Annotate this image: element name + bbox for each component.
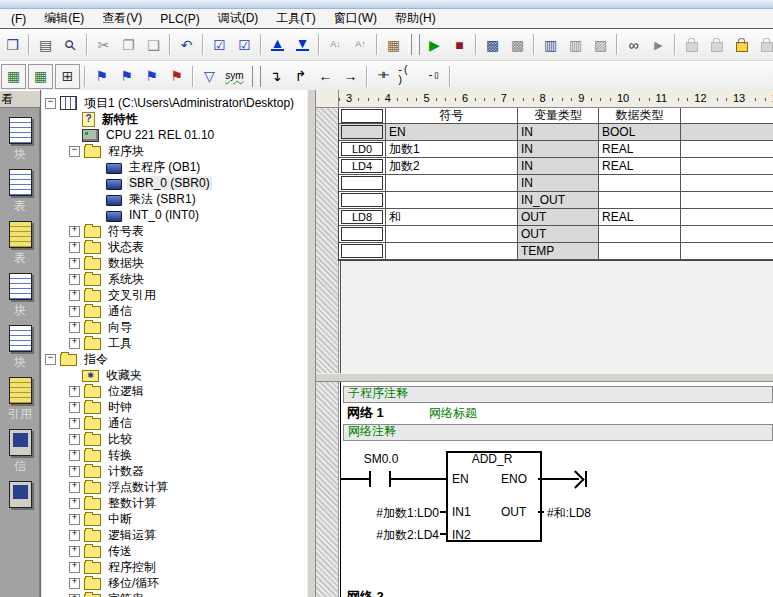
network-1-title[interactable]: 网络标题 (429, 405, 477, 422)
address-cell[interactable]: LD4 (339, 158, 386, 175)
project-stack-button[interactable]: ❒ (1, 33, 24, 56)
options-button[interactable]: ▦ (382, 33, 405, 56)
expand-toggle[interactable]: + (69, 338, 80, 349)
tree-item-cpu[interactable]: CPU 221 REL 01.10 (41, 127, 307, 143)
tree-item-compare[interactable]: +比较 (41, 431, 307, 447)
force-pointer-button[interactable]: ► (647, 33, 670, 56)
tree-item-multiply-sbr1[interactable]: 乘法 (SBR1) (41, 191, 307, 207)
data-type-cell[interactable]: BOOL (599, 124, 681, 141)
nav-item-communications[interactable]: 信 (9, 429, 32, 472)
expand-toggle[interactable]: + (69, 434, 80, 445)
comment-cell[interactable] (681, 192, 773, 209)
symbol-cell[interactable] (386, 243, 518, 260)
pause-program-status-button[interactable]: ▩ (506, 33, 529, 56)
view-glasses-button[interactable]: ∞ (622, 33, 645, 56)
download-button[interactable]: ▼ (291, 33, 314, 56)
expand-toggle[interactable]: + (69, 498, 80, 509)
expand-toggle[interactable]: + (69, 322, 80, 333)
tree-item-wizards[interactable]: +向导 (41, 319, 307, 335)
vertical-splitter[interactable] (307, 90, 316, 597)
expand-toggle[interactable]: + (69, 450, 80, 461)
symbol-cell[interactable]: 和 (386, 209, 518, 226)
var-type-cell[interactable]: IN_OUT (518, 192, 599, 209)
comment-cell[interactable] (681, 175, 773, 192)
line-up-button[interactable]: ↱ (289, 65, 312, 88)
toolbar-grip[interactable] (249, 66, 253, 87)
network-1-label[interactable]: 网络 1 (347, 404, 384, 422)
tree-item-clock[interactable]: +时钟 (41, 399, 307, 415)
address-cell[interactable] (339, 226, 386, 243)
upload-button[interactable]: ▲ (266, 33, 289, 56)
menu-tools[interactable]: 工具(T) (267, 9, 324, 28)
line-left-button[interactable]: ← (314, 65, 337, 88)
expand-toggle[interactable]: + (69, 274, 80, 285)
comment-cell[interactable] (681, 141, 773, 158)
menu-file[interactable]: (F) (2, 11, 35, 27)
menu-plc[interactable]: PLC(P) (151, 11, 208, 27)
tree-item-string[interactable]: +字符串 (41, 591, 307, 597)
tree-item-main-ob1[interactable]: 主程序 (OB1) (41, 159, 307, 175)
expand-toggle[interactable]: + (69, 418, 80, 429)
nav-item-status-chart[interactable]: 表 (9, 221, 32, 264)
comment-cell[interactable] (681, 158, 773, 175)
expand-toggle[interactable]: + (69, 562, 80, 573)
cut-button[interactable]: ✂ (92, 33, 115, 56)
expand-toggle[interactable]: + (69, 594, 80, 597)
unforce-button[interactable] (705, 33, 728, 56)
subroutine-comment-bar[interactable]: 子程序注释 (343, 386, 773, 403)
menu-window[interactable]: 窗口(W) (325, 9, 386, 28)
comment-cell[interactable] (681, 226, 773, 243)
data-type-cell[interactable] (599, 175, 681, 192)
tree-item-instructions[interactable]: −指令 (41, 351, 307, 367)
tree-item-comm-instructions[interactable]: +通信 (41, 415, 307, 431)
tree-item-counters[interactable]: +计数器 (41, 463, 307, 479)
nav-item-cross-reference[interactable]: 引用 (8, 377, 32, 420)
nav-item-set-pg-pc[interactable] (9, 481, 32, 524)
var-table-row[interactable]: IN (339, 175, 773, 192)
print-preview-button[interactable]: ⚲ (59, 33, 82, 56)
expand-toggle[interactable]: + (69, 258, 80, 269)
symbol-cell[interactable] (386, 175, 518, 192)
comment-cell[interactable] (681, 209, 773, 226)
tree-item-system-block[interactable]: +系统块 (41, 271, 307, 287)
tree-item-tools[interactable]: +工具 (41, 335, 307, 351)
toolbar-grip[interactable] (257, 66, 261, 87)
expand-toggle[interactable]: + (69, 386, 80, 397)
insert-contact-button[interactable]: ⊣⊢ (372, 65, 395, 88)
data-type-cell[interactable]: REAL (599, 209, 681, 226)
expand-toggle[interactable]: + (69, 402, 80, 413)
var-type-cell[interactable]: TEMP (518, 243, 599, 260)
var-type-cell[interactable]: IN (518, 158, 599, 175)
tree-item-move[interactable]: +传送 (41, 543, 307, 559)
stop-button[interactable]: ■ (448, 33, 471, 56)
var-table-row[interactable]: LD8和OUTREAL (339, 209, 773, 226)
expand-toggle[interactable]: + (69, 530, 80, 541)
tree-item-cross-reference[interactable]: +交叉引用 (41, 287, 307, 303)
comment-cell[interactable] (681, 243, 773, 260)
operand-in2[interactable]: #加数2:LD4 (349, 527, 439, 544)
tree-item-bit-logic[interactable]: +位逻辑 (41, 383, 307, 399)
operand-in1[interactable]: #加数1:LD0 (349, 505, 439, 522)
data-type-cell[interactable] (599, 226, 681, 243)
timed-force-button[interactable] (730, 33, 753, 56)
tree-item-status-chart[interactable]: +状态表 (41, 239, 307, 255)
var-type-cell[interactable]: OUT (518, 209, 599, 226)
run-button[interactable]: ▶ (423, 33, 446, 56)
bookmark-next-button[interactable]: ⚑ (115, 65, 138, 88)
force-button[interactable] (680, 33, 703, 56)
variable-table[interactable]: 符号变量类型数据类型ENINBOOLLD0加数1INREALLD4加数2INRE… (338, 108, 773, 261)
print-button[interactable]: ▤ (34, 33, 57, 56)
network-comment-bar[interactable]: 网络注释 (343, 424, 773, 441)
symbol-cell[interactable] (386, 192, 518, 209)
var-table-row[interactable]: IN_OUT (339, 192, 773, 209)
pause-chart-status-button[interactable]: ▥ (564, 33, 587, 56)
address-cell[interactable]: LD0 (339, 141, 386, 158)
sort-ascending-button[interactable]: A↑ (349, 33, 372, 56)
address-cell[interactable]: LD8 (339, 209, 386, 226)
address-cell[interactable] (339, 175, 386, 192)
var-table-row[interactable]: TEMP (339, 243, 773, 260)
nav-item-data-block[interactable]: 块 (9, 273, 32, 316)
nav-item-symbol-table[interactable]: 表 (9, 169, 32, 212)
insert-box-button[interactable]: -▯ (422, 65, 445, 88)
comment-cell[interactable] (681, 124, 773, 141)
